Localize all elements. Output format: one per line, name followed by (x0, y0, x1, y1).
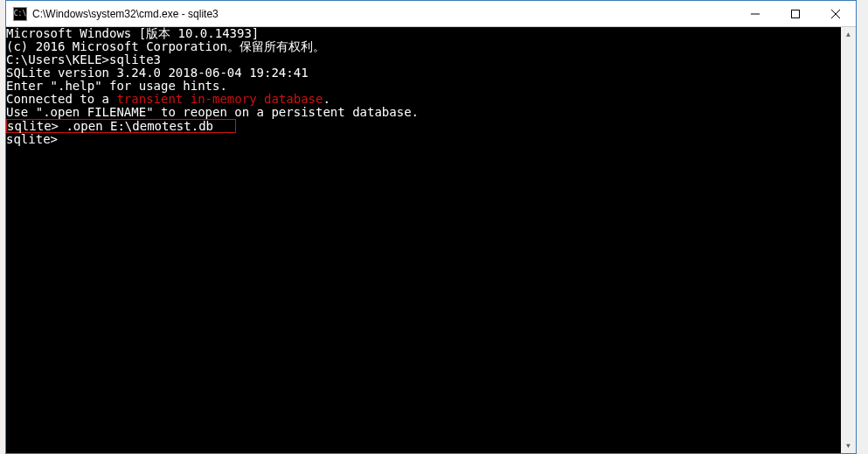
terminal-wrap: Microsoft Windows [版本 10.0.14393](c) 201… (6, 27, 856, 453)
cmd-icon: C:\ (13, 7, 27, 21)
terminal-line: Enter ".help" for usage hints. (6, 80, 841, 93)
close-icon (831, 10, 840, 18)
vertical-scrollbar[interactable]: ▲ ▼ (841, 27, 856, 453)
maximize-button[interactable] (775, 1, 816, 26)
maximize-icon (791, 10, 800, 18)
minimize-button[interactable] (735, 1, 775, 26)
scroll-track[interactable] (841, 42, 856, 438)
annotation-box: sqlite> .open E:\demotest.db (6, 119, 236, 133)
terminal-line: (c) 2016 Microsoft Corporation。保留所有权利。 (6, 40, 841, 53)
terminal-line: C:\Users\KELE>sqlite3 (6, 53, 841, 66)
terminal-output[interactable]: Microsoft Windows [版本 10.0.14393](c) 201… (6, 27, 841, 453)
minimize-icon (751, 10, 760, 18)
scroll-down-button[interactable]: ▼ (841, 438, 856, 453)
terminal-line: SQLite version 3.24.0 2018-06-04 19:24:4… (6, 66, 841, 80)
window-controls (735, 1, 856, 26)
terminal-line: sqlite> (6, 133, 841, 146)
cmd-window: C:\ C:\Windows\system32\cmd.exe - sqlite… (5, 0, 857, 454)
terminal-line: Microsoft Windows [版本 10.0.14393] (6, 27, 841, 40)
scroll-up-button[interactable]: ▲ (841, 27, 856, 42)
close-button[interactable] (816, 1, 856, 26)
window-title: C:\Windows\system32\cmd.exe - sqlite3 (32, 8, 735, 20)
highlight-text: transient in-memory database (116, 92, 323, 106)
svg-rect-1 (792, 10, 800, 17)
text-segment: Connected to a (6, 92, 116, 106)
terminal-line: Connected to a transient in-memory datab… (6, 93, 841, 106)
text-segment: . (323, 92, 330, 106)
title-bar[interactable]: C:\ C:\Windows\system32\cmd.exe - sqlite… (6, 1, 856, 27)
terminal-line: sqlite> .open E:\demotest.db (6, 119, 841, 133)
terminal-line: Use ".open FILENAME" to reopen on a pers… (6, 106, 841, 119)
